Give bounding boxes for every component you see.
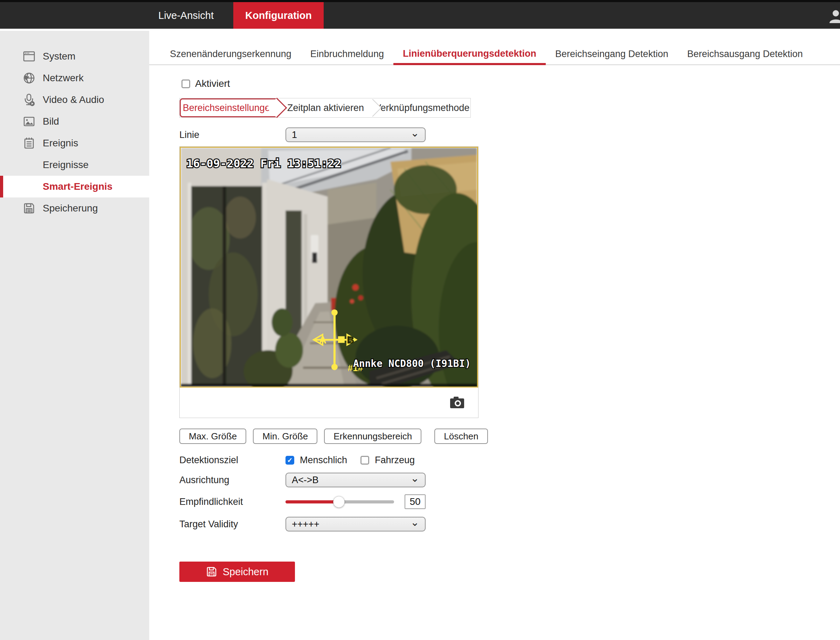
subtab-bereichseinstellungen[interactable]: Bereichseinstellungen <box>180 98 277 117</box>
osd-timestamp: 16-09-2022 Fri 13:51:22 <box>186 157 341 170</box>
sidebar-item-smart-ereignis[interactable]: Smart-Ereignis <box>0 176 149 197</box>
slider-thumb[interactable] <box>333 496 345 508</box>
sidebar-item-system[interactable]: System <box>0 45 149 67</box>
save-button[interactable]: Speichern <box>180 562 295 582</box>
camera-preview-panel: A B #1# 16-09-2022 Fri 13:51:22 Annke NC… <box>180 146 478 418</box>
tab-einbruchmeldung[interactable]: Einbruchmeldung <box>301 43 393 64</box>
direction-row: Ausrichtung A<->B ⌄ <box>149 473 840 487</box>
globe-icon <box>22 71 36 85</box>
preview-toolbar <box>180 387 478 418</box>
sidebar-item-label: Ereignis <box>43 138 78 149</box>
person-icon[interactable] <box>828 9 840 23</box>
detection-target-row: Detektionsziel ✓ Menschlich Fahrzeug <box>149 454 840 466</box>
tab-live-view[interactable]: Live-Ansicht <box>154 2 219 29</box>
tab-bereichseingang-detektion[interactable]: Bereichseingang Detektion <box>546 43 678 64</box>
main-content: Szenenänderungserkennung Einbruchmeldung… <box>149 31 840 640</box>
sidebar-item-bild[interactable]: Bild <box>0 110 149 132</box>
tab-configuration[interactable]: Konfiguration <box>233 2 324 29</box>
microphone-icon <box>22 93 36 106</box>
slider-fill <box>285 500 339 504</box>
settings-subtab-bar: Bereichseinstellungen Zeitplan aktiviere… <box>180 98 471 118</box>
area-buttons-row: Max. Größe Min. Größe Erkennungsbereich … <box>180 429 840 444</box>
sidebar-item-label: Bild <box>43 116 59 127</box>
top-navigation-bar: Live-Ansicht Konfiguration <box>0 0 840 29</box>
vehicle-checkbox[interactable] <box>361 456 369 465</box>
sidebar-item-label: Smart-Ereignis <box>43 181 112 192</box>
sensitivity-row: Empfindlichkeit <box>149 494 840 509</box>
line-select[interactable]: 1 ⌄ <box>285 128 426 142</box>
tab-szenenaenderungserkennung[interactable]: Szenenänderungserkennung <box>160 43 301 64</box>
sidebar-item-label: Speicherung <box>43 203 98 214</box>
chevron-down-icon: ⌄ <box>410 475 419 481</box>
human-label: Menschlich <box>300 455 347 466</box>
target-validity-row: Target Validity +++++ ⌄ <box>149 517 840 531</box>
sidebar-item-label: Video & Audio <box>43 94 104 106</box>
delete-button[interactable]: Löschen <box>434 429 487 444</box>
save-floppy-icon <box>206 566 217 577</box>
sidebar-item-speicherung[interactable]: Speicherung <box>0 197 149 219</box>
tab-bereichsausgang-detektion[interactable]: Bereichsausgang Detektion <box>678 43 812 64</box>
camera-scene <box>181 148 477 387</box>
line-label: Linie <box>180 130 285 141</box>
image-icon <box>22 115 36 128</box>
sidebar: System Netzwerk <box>0 31 149 640</box>
sensitivity-label: Empfindlichkeit <box>180 496 285 507</box>
line-side-b-label: B <box>347 334 354 346</box>
detection-tab-bar: Szenenänderungserkennung Einbruchmeldung… <box>149 31 840 65</box>
sidebar-item-label: Netzwerk <box>43 72 84 84</box>
sidebar-item-netzwerk[interactable]: Netzwerk <box>0 67 149 89</box>
system-window-icon <box>22 50 36 63</box>
line-row: Linie 1 ⌄ <box>149 128 840 142</box>
detection-target-label: Detektionsziel <box>180 455 285 466</box>
camera-preview[interactable]: A B #1# 16-09-2022 Fri 13:51:22 Annke NC… <box>180 147 478 387</box>
sidebar-item-ereignis[interactable]: Ereignis <box>0 132 149 154</box>
subtab-zeitplan-aktivieren[interactable]: Zeitplan aktivieren <box>277 98 374 117</box>
save-button-label: Speichern <box>223 566 269 578</box>
sidebar-item-label: System <box>43 51 75 62</box>
enable-label: Aktiviert <box>195 78 230 89</box>
min-size-button[interactable]: Min. Größe <box>253 429 317 444</box>
sensitivity-value-input[interactable] <box>405 494 426 509</box>
detection-area-button[interactable]: Erkennungsbereich <box>324 429 422 444</box>
snapshot-camera-icon[interactable] <box>449 396 465 410</box>
sidebar-item-ereignisse[interactable]: Ereignisse <box>0 154 149 176</box>
direction-select[interactable]: A<->B ⌄ <box>285 473 426 487</box>
chevron-down-icon: ⌄ <box>410 130 419 136</box>
detection-target-options: ✓ Menschlich Fahrzeug <box>285 455 422 466</box>
target-validity-select[interactable]: +++++ ⌄ <box>285 517 426 531</box>
sensitivity-slider[interactable] <box>285 494 394 509</box>
tab-linienueberquerungsdetektion[interactable]: Linienüberquerungsdetektion <box>393 44 546 65</box>
sidebar-item-video-audio[interactable]: Video & Audio <box>0 89 149 110</box>
max-size-button[interactable]: Max. Größe <box>180 429 246 444</box>
direction-label: Ausrichtung <box>180 475 285 486</box>
human-checkbox[interactable]: ✓ <box>285 456 294 465</box>
chevron-down-icon: ⌄ <box>410 520 419 525</box>
floppy-disk-icon <box>22 202 36 215</box>
enable-row: Aktiviert <box>181 78 840 90</box>
vehicle-label: Fahrzeug <box>375 455 415 466</box>
sidebar-item-label: Ereignisse <box>43 159 89 171</box>
line-side-a-label: A <box>319 334 327 346</box>
event-note-icon <box>22 136 36 150</box>
subtab-verknuepfungsmethode[interactable]: Verknüpfungsmethode <box>374 98 470 117</box>
target-validity-label: Target Validity <box>180 519 285 530</box>
enable-checkbox[interactable] <box>181 80 190 88</box>
osd-watermark: Annke NCD800 (I91BI) <box>353 358 471 370</box>
